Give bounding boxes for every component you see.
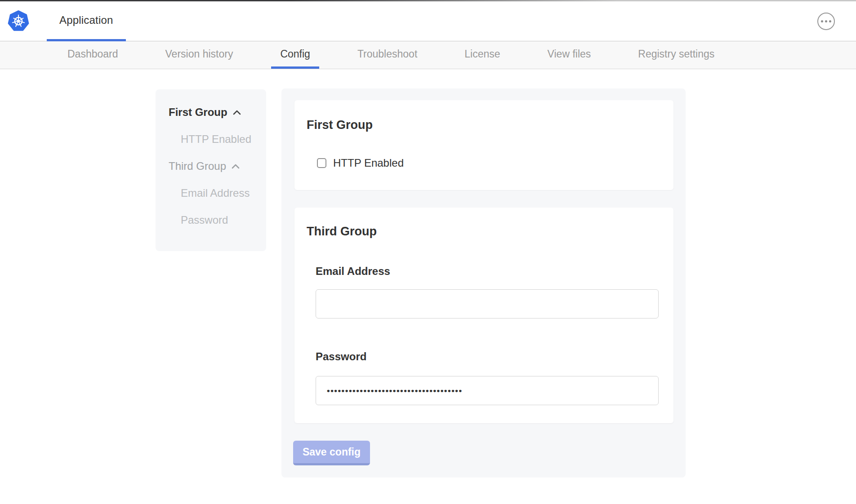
config-group-card-first: First Group HTTP Enabled: [294, 100, 673, 190]
http-enabled-row: HTTP Enabled: [317, 157, 404, 169]
sidebar-item-password[interactable]: Password: [156, 207, 266, 234]
sidebar-item-email-address[interactable]: Email Address: [156, 180, 266, 207]
chevron-up-icon: [232, 164, 240, 169]
kubernetes-logo-icon: [8, 10, 29, 32]
http-enabled-checkbox[interactable]: [317, 158, 326, 168]
sidebar-item-label: Email Address: [181, 187, 250, 199]
ellipsis-icon: [825, 20, 827, 22]
group-title: Third Group: [307, 225, 377, 239]
sidebar-group-label: Third Group: [169, 160, 226, 172]
tab-troubleshoot[interactable]: Troubleshoot: [348, 41, 426, 69]
ellipsis-icon: [821, 20, 823, 22]
sidebar-item-label: HTTP Enabled: [181, 133, 251, 146]
sidebar-item-label: Password: [181, 214, 228, 226]
tab-version-history[interactable]: Version history: [156, 41, 242, 69]
tab-application[interactable]: Application: [47, 1, 126, 41]
http-enabled-label[interactable]: HTTP Enabled: [333, 157, 404, 169]
save-config-button[interactable]: Save config: [293, 441, 370, 465]
tab-license[interactable]: License: [455, 41, 509, 69]
config-sidebar: First Group HTTP Enabled Third Group Ema…: [156, 89, 266, 251]
tab-application-label: Application: [59, 14, 113, 27]
ellipsis-icon: [829, 20, 831, 22]
config-panel: First Group HTTP Enabled Third Group Ema…: [281, 88, 686, 477]
app-header: Application: [0, 1, 856, 41]
sidebar-group-third-group[interactable]: Third Group: [156, 153, 266, 180]
tab-dashboard[interactable]: Dashboard: [58, 41, 127, 69]
email-address-field[interactable]: [316, 289, 659, 318]
overflow-menu-button[interactable]: [817, 13, 835, 30]
email-address-label: Email Address: [316, 265, 390, 278]
sidebar-item-http-enabled[interactable]: HTTP Enabled: [156, 126, 266, 153]
app-subnav: Dashboard Version history Config Trouble…: [0, 41, 856, 69]
chevron-up-icon: [233, 110, 241, 115]
tab-config[interactable]: Config: [271, 41, 319, 69]
config-page: Application Dashboard Version history Co…: [0, 0, 856, 504]
sidebar-group-first-group[interactable]: First Group: [156, 99, 266, 126]
tab-view-files[interactable]: View files: [539, 41, 600, 69]
password-label: Password: [316, 350, 366, 363]
config-group-card-third: Third Group Email Address Password: [294, 208, 673, 423]
password-field[interactable]: [316, 376, 659, 405]
group-title: First Group: [307, 118, 373, 132]
tab-registry-settings[interactable]: Registry settings: [629, 41, 723, 69]
sidebar-group-label: First Group: [169, 106, 227, 119]
